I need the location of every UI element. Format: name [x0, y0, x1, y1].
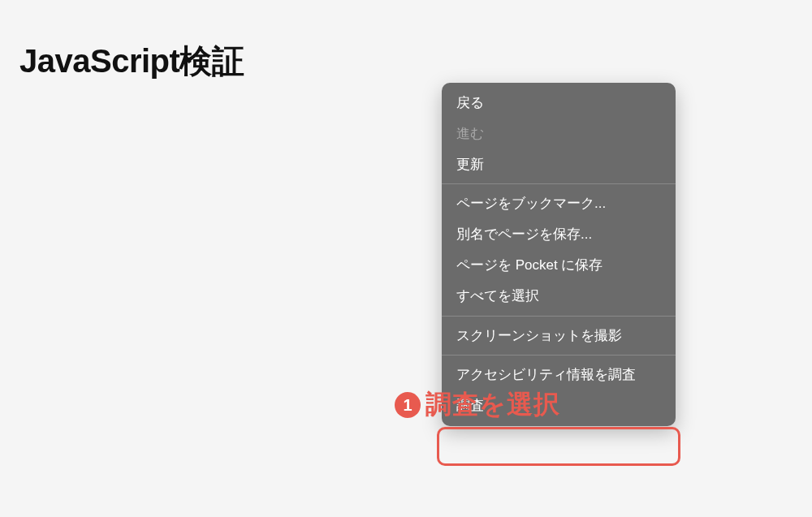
annotation-callout: 1 調査を選択 — [395, 387, 560, 423]
menu-item-back[interactable]: 戻る — [442, 88, 676, 118]
menu-item-bookmark[interactable]: ページをブックマーク... — [442, 188, 676, 219]
page-title: JavaScript検証 — [19, 39, 244, 84]
annotation-text: 調査を選択 — [425, 387, 560, 423]
menu-item-forward: 進む — [442, 118, 676, 149]
annotation-badge: 1 — [395, 392, 421, 418]
context-menu: 戻る 進む 更新 ページをブックマーク... 別名でページを保存... ページを… — [442, 83, 676, 426]
menu-separator — [442, 183, 676, 184]
menu-item-save-as[interactable]: 別名でページを保存... — [442, 219, 676, 250]
highlight-box — [437, 427, 680, 466]
menu-separator — [442, 316, 676, 317]
menu-separator — [442, 355, 676, 355]
menu-item-select-all[interactable]: すべてを選択 — [442, 281, 676, 312]
menu-item-reload[interactable]: 更新 — [442, 149, 676, 180]
menu-item-screenshot[interactable]: スクリーンショットを撮影 — [442, 321, 676, 351]
menu-item-save-pocket[interactable]: ページを Pocket に保存 — [442, 250, 676, 281]
menu-item-accessibility-inspect[interactable]: アクセシビリティ情報を調査 — [442, 360, 676, 390]
